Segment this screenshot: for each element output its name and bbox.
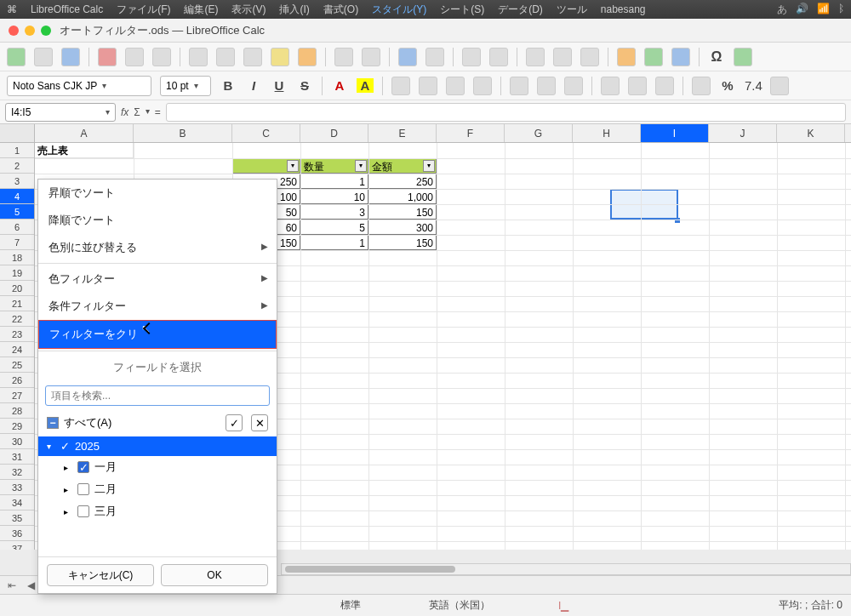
close-window-button[interactable] bbox=[9, 26, 19, 36]
sort-by-color-item[interactable]: 色別に並び替える▶ bbox=[38, 234, 277, 261]
formula-input[interactable] bbox=[166, 103, 846, 122]
menu-data[interactable]: データ(D) bbox=[498, 3, 543, 17]
cell-d7[interactable]: 1 bbox=[300, 235, 368, 250]
image-icon[interactable] bbox=[617, 48, 636, 66]
filter-dropdown-d[interactable]: ▾ bbox=[355, 160, 367, 172]
italic-button[interactable]: I bbox=[245, 78, 262, 93]
strike-button[interactable]: S bbox=[296, 78, 313, 93]
name-box[interactable]: I4:I5 ▾ bbox=[5, 103, 116, 122]
row-header-37[interactable]: 37 bbox=[0, 541, 34, 550]
cell-a1[interactable]: 売上表 bbox=[35, 143, 134, 158]
pdf-icon[interactable] bbox=[98, 48, 117, 66]
tree-month-2[interactable]: ▸ 二月 bbox=[38, 478, 277, 500]
merge-icon[interactable] bbox=[628, 77, 647, 95]
tree-month-1[interactable]: ▸ ✓ 一月 bbox=[38, 456, 277, 478]
row-header-26[interactable]: 26 bbox=[0, 373, 34, 388]
align-left-icon[interactable] bbox=[391, 77, 410, 95]
row-header-19[interactable]: 19 bbox=[0, 265, 34, 281]
unmerge-icon[interactable] bbox=[655, 77, 674, 95]
cell-c2-header[interactable]: ▾ bbox=[232, 158, 300, 174]
row-header-28[interactable]: 28 bbox=[0, 403, 34, 419]
col-header-e[interactable]: E bbox=[368, 124, 437, 142]
number-format-button[interactable]: 7.4 bbox=[745, 78, 762, 93]
filter-search-input[interactable] bbox=[45, 385, 270, 406]
cell-d5[interactable]: 3 bbox=[300, 204, 368, 220]
clear-filter-item[interactable]: フィルターをクリ ↖ bbox=[38, 320, 277, 349]
col-header-d[interactable]: D bbox=[300, 124, 368, 142]
month-1-checkbox[interactable]: ✓ bbox=[77, 461, 89, 473]
col-header-k[interactable]: K bbox=[777, 124, 845, 142]
cell-e7[interactable]: 150 bbox=[368, 235, 437, 250]
cell-e4[interactable]: 1,000 bbox=[368, 189, 437, 204]
row-col-icon[interactable] bbox=[489, 48, 508, 66]
row-header-34[interactable]: 34 bbox=[0, 495, 34, 510]
paste-icon[interactable] bbox=[243, 48, 262, 66]
menu-sheet[interactable]: シート(S) bbox=[440, 3, 484, 17]
row-header-25[interactable]: 25 bbox=[0, 357, 34, 373]
align-center-icon[interactable] bbox=[419, 77, 437, 95]
row-header-35[interactable]: 35 bbox=[0, 510, 34, 526]
pivot-icon[interactable] bbox=[671, 48, 690, 66]
expand-icon[interactable]: ▸ bbox=[64, 485, 72, 494]
first-sheet-button[interactable]: ⇤ bbox=[5, 579, 19, 591]
check-all-button[interactable]: ✓ bbox=[226, 414, 243, 431]
copy-icon[interactable] bbox=[216, 48, 235, 66]
undo-icon[interactable] bbox=[334, 48, 353, 66]
menu-insert[interactable]: 挿入(I) bbox=[279, 3, 309, 17]
equals-button[interactable]: = bbox=[155, 106, 161, 118]
menu-tools[interactable]: ツール bbox=[557, 3, 587, 17]
horizontal-scrollbar[interactable] bbox=[281, 563, 851, 575]
chart-icon[interactable] bbox=[644, 48, 663, 66]
ok-button[interactable]: OK bbox=[161, 564, 268, 586]
row-header-22[interactable]: 22 bbox=[0, 311, 34, 327]
valign-bot-icon[interactable] bbox=[564, 77, 583, 95]
insert-mode-icon[interactable]: I▁ bbox=[558, 600, 568, 612]
sort-desc-icon[interactable] bbox=[553, 48, 572, 66]
month-2-checkbox[interactable] bbox=[77, 483, 89, 495]
expand-icon[interactable]: ▸ bbox=[64, 463, 72, 472]
autofilter-icon[interactable] bbox=[580, 48, 599, 66]
zoom-window-button[interactable] bbox=[41, 26, 51, 36]
row-header-1[interactable]: 1 bbox=[0, 143, 34, 158]
sort-asc-item[interactable]: 昇順でソート bbox=[38, 180, 277, 207]
cut-icon[interactable] bbox=[189, 48, 208, 66]
bluetooth-icon[interactable]: ᛒ bbox=[838, 3, 844, 17]
grid-icon[interactable] bbox=[462, 48, 481, 66]
row-header-2[interactable]: 2 bbox=[0, 158, 34, 174]
row-header-27[interactable]: 27 bbox=[0, 388, 34, 403]
new-doc-icon[interactable] bbox=[7, 48, 26, 66]
col-header-c[interactable]: C bbox=[232, 124, 300, 142]
filter-by-color-item[interactable]: 色フィルター▶ bbox=[38, 265, 277, 293]
font-color-button[interactable]: A bbox=[331, 78, 348, 93]
row-header-3[interactable]: 3 bbox=[0, 174, 34, 189]
row-header-18[interactable]: 18 bbox=[0, 250, 34, 265]
row-header-33[interactable]: 33 bbox=[0, 480, 34, 495]
valign-top-icon[interactable] bbox=[510, 77, 528, 95]
col-header-f[interactable]: F bbox=[437, 124, 505, 142]
menu-view[interactable]: 表示(V) bbox=[231, 3, 266, 17]
percent-button[interactable]: % bbox=[719, 78, 736, 93]
volume-icon[interactable]: 🔊 bbox=[796, 3, 808, 17]
sort-desc-item[interactable]: 降順でソート bbox=[38, 207, 277, 234]
tree-month-3[interactable]: ▸ 三月 bbox=[38, 500, 277, 522]
row-header-36[interactable]: 36 bbox=[0, 526, 34, 541]
cell-e6[interactable]: 300 bbox=[368, 220, 437, 235]
find-icon[interactable] bbox=[398, 48, 417, 66]
spellcheck-icon[interactable] bbox=[426, 48, 444, 66]
col-header-g[interactable]: G bbox=[505, 124, 573, 142]
align-justify-icon[interactable] bbox=[473, 77, 492, 95]
link-icon[interactable] bbox=[734, 48, 752, 66]
minimize-window-button[interactable] bbox=[25, 26, 35, 36]
app-name[interactable]: LibreOffice Calc bbox=[31, 3, 103, 15]
clear-format-icon[interactable] bbox=[298, 48, 317, 66]
cell-d4[interactable]: 10 bbox=[300, 189, 368, 204]
menu-format[interactable]: 書式(O) bbox=[323, 3, 358, 17]
col-header-b[interactable]: B bbox=[134, 124, 232, 142]
wrap-icon[interactable] bbox=[601, 77, 620, 95]
row-header-20[interactable]: 20 bbox=[0, 281, 34, 296]
menu-style[interactable]: スタイル(Y) bbox=[372, 3, 426, 17]
expand-icon[interactable]: ▸ bbox=[64, 507, 72, 516]
row-header-23[interactable]: 23 bbox=[0, 327, 34, 342]
font-name-combo[interactable]: Noto Sans CJK JP▾ bbox=[7, 76, 151, 96]
filter-condition-item[interactable]: 条件フィルター▶ bbox=[38, 293, 277, 320]
